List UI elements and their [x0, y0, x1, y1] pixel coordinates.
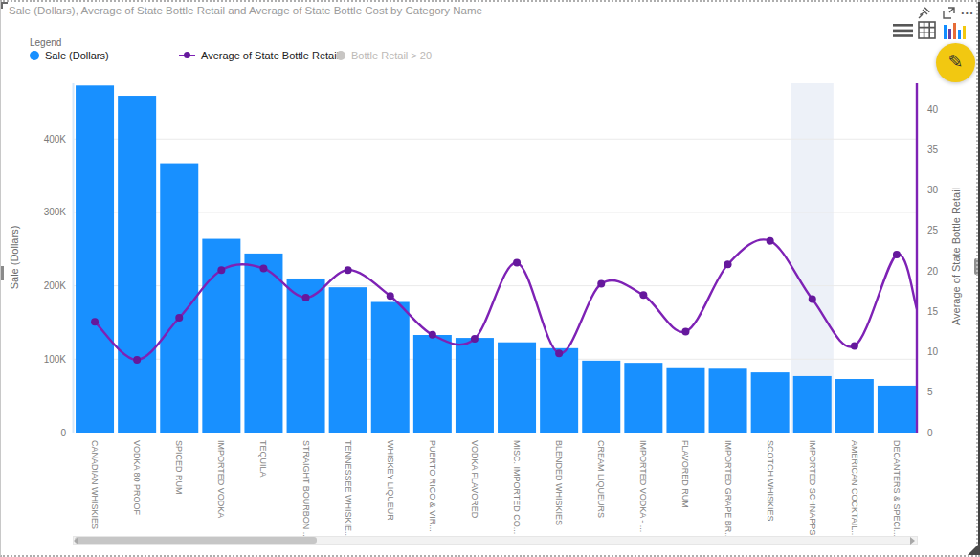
line-marker-point[interactable]	[175, 314, 183, 322]
category-label: PUERTO RICO & VIR...	[428, 440, 437, 532]
horizontal-scrollbar-thumb[interactable]	[75, 537, 317, 544]
line-marker-point[interactable]	[387, 292, 394, 300]
bar-straight-bourbon[interactable]	[287, 278, 325, 433]
line-marker-point[interactable]	[471, 335, 479, 343]
left-axis-tick: 200K	[44, 280, 67, 291]
right-axis-tick: 20	[927, 266, 939, 277]
category-label: SPICED RUM	[174, 440, 184, 495]
line-marker-point[interactable]	[345, 266, 352, 274]
powerbi-visual-container: Sale (Dollars), Average of State Bottle …	[0, 0, 980, 557]
line-marker-point[interactable]	[133, 356, 141, 364]
right-axis-tick: 0	[927, 428, 933, 438]
category-label: VODKA 80 PROOF	[132, 440, 142, 516]
right-axis-tick: 10	[927, 346, 939, 357]
bar-american-cocktail[interactable]	[835, 379, 874, 433]
line-marker-point[interactable]	[639, 291, 647, 299]
category-label: IMPORTED GRAPE BR...	[724, 440, 733, 540]
bar-misc-imported-co[interactable]	[498, 343, 536, 433]
category-label: STRAIGHT BOURBON ...	[301, 440, 311, 539]
resize-left-handle[interactable]	[1, 266, 4, 280]
category-label: IMPORTED SCHNAPPS	[808, 440, 817, 535]
combo-chart-canvas: 0100K200K300K400K0510152025303540Sale (D…	[1, 2, 980, 557]
line-marker-point[interactable]	[259, 264, 267, 272]
line-marker-point[interactable]	[302, 294, 310, 301]
bar-scotch-whiskies[interactable]	[751, 372, 790, 433]
bar-puerto-rico-vir[interactable]	[413, 335, 452, 433]
right-axis-tick: 35	[927, 145, 939, 155]
right-axis-tick: 5	[927, 387, 933, 397]
line-marker-point[interactable]	[851, 343, 858, 350]
category-label: BLENDED WHISKIES	[554, 440, 564, 525]
bar-cream-liqueurs[interactable]	[582, 361, 620, 433]
left-axis-tick: 300K	[44, 207, 67, 217]
line-marker-point[interactable]	[681, 327, 689, 335]
category-label: CREAM LIQUEURS	[596, 440, 606, 518]
right-axis-title: Average of State Bottle Retail	[950, 188, 962, 325]
left-axis-tick: 100K	[44, 354, 67, 365]
right-axis-tick: 30	[927, 185, 939, 195]
bar-decanters-speci[interactable]	[878, 386, 916, 433]
line-marker-point[interactable]	[429, 331, 436, 339]
line-marker-point[interactable]	[217, 266, 225, 274]
line-marker-point[interactable]	[767, 237, 774, 245]
category-label: AMERICAN COCKTAIL...	[850, 440, 859, 538]
bar-flavored-rum[interactable]	[666, 368, 704, 433]
bar-vodka-flavored[interactable]	[456, 338, 494, 433]
right-axis-tick: 40	[927, 104, 939, 115]
bar-tennessee-whiskie[interactable]	[329, 287, 368, 433]
bar-vodka-80-proof[interactable]	[118, 96, 156, 433]
category-label: IMPORTED VODKA	[216, 440, 226, 518]
bar-spiced-rum[interactable]	[160, 164, 198, 433]
line-marker-point[interactable]	[555, 349, 563, 357]
line-marker-point[interactable]	[91, 318, 99, 325]
left-axis-tick: 0	[60, 428, 66, 438]
right-axis-tick: 15	[927, 306, 939, 317]
line-marker-point[interactable]	[513, 259, 521, 267]
bar-whiskey-liqueur[interactable]	[371, 302, 410, 433]
line-marker-point[interactable]	[893, 251, 901, 258]
left-axis-title: Sale (Dollars)	[9, 226, 20, 290]
category-label: MISC. IMPORTED CO...	[512, 440, 522, 534]
bar-imported-schnapps[interactable]	[793, 376, 832, 433]
bar-imported-vodka[interactable]	[624, 363, 662, 433]
category-label: SCOTCH WHISKIES	[766, 440, 775, 522]
category-label: FLAVORED RUM	[680, 440, 690, 508]
bar-imported-grape-br[interactable]	[709, 368, 747, 433]
scroll-right-arrow[interactable]	[910, 537, 915, 545]
line-marker-point[interactable]	[724, 260, 732, 268]
resize-corner-handle[interactable]	[968, 543, 980, 555]
scroll-left-arrow[interactable]	[74, 537, 78, 545]
category-label: TEQUILA	[258, 440, 268, 478]
category-label: VODKA FLAVORED	[470, 440, 479, 519]
left-axis-tick: 400K	[44, 134, 67, 145]
bar-canadian-whiskies[interactable]	[76, 85, 114, 433]
line-marker-point[interactable]	[597, 280, 605, 288]
category-label: IMPORTED VODKA - ...	[638, 440, 648, 532]
line-marker-point[interactable]	[809, 296, 816, 303]
right-axis-tick: 25	[927, 225, 939, 235]
category-label: CANADIAN WHISKIES	[90, 440, 100, 529]
category-label: WHISKEY LIQUEUR	[386, 440, 395, 521]
category-label: TENNESSEE WHISKIE...	[344, 440, 353, 539]
bar-blended-whiskies[interactable]	[540, 348, 578, 433]
category-label: DECANTERS & SPECI...	[892, 440, 902, 537]
bar-tequila[interactable]	[244, 254, 282, 433]
